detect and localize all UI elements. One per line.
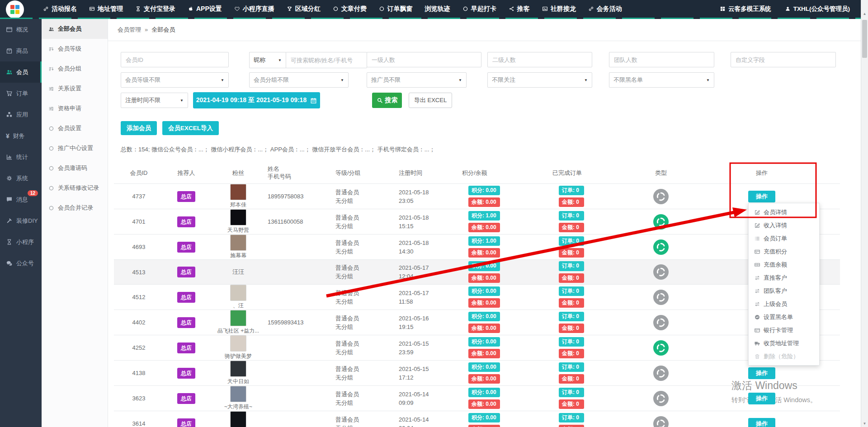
action-menu-item-member-detail[interactable]: 会员详情 <box>749 206 819 219</box>
sidebar-item-miniprogram[interactable]: 小程序 <box>0 231 42 253</box>
referrer-badge[interactable]: 总店 <box>177 242 195 253</box>
team-count-input[interactable] <box>609 52 714 67</box>
level2-count-input[interactable] <box>487 52 592 67</box>
page-scrollbar[interactable]: ▲ ▼ <box>861 0 868 427</box>
submenu-item-qualification-apply[interactable]: 资格申请 <box>42 99 108 118</box>
submenu-item-member-levels[interactable]: 会员等级 <box>42 39 108 59</box>
member-id-input[interactable] <box>121 52 229 67</box>
avatar[interactable] <box>230 386 246 402</box>
topnav-item-tuike[interactable]: 推客 <box>509 5 530 13</box>
action-menu-item-upline-member[interactable]: 上级会员 <box>749 297 819 310</box>
scrollbar-thumb[interactable] <box>862 20 867 58</box>
row-action-button[interactable]: 操作 <box>748 393 775 404</box>
follow-select[interactable]: 不限关注▼ <box>487 72 592 88</box>
submenu-item-promotion-center[interactable]: 推广中心设置 <box>42 138 108 158</box>
sidebar-item-orders[interactable]: 订单 <box>0 83 42 104</box>
row-action-button[interactable]: 操作 <box>748 191 775 202</box>
avatar[interactable] <box>230 310 246 326</box>
action-menu-item-set-blacklist[interactable]: 设置黑名单 <box>749 310 819 324</box>
promoter-label: 推广员不限 <box>371 76 401 84</box>
referrer-badge[interactable]: 总店 <box>177 317 195 328</box>
member-level-select[interactable]: 会员等级不限▼ <box>121 72 229 88</box>
brand-logo[interactable] <box>6 0 24 19</box>
topnav-item-alipay-login[interactable]: 支付宝登录 <box>135 5 175 13</box>
topnav-item-app-settings[interactable]: APP设置 <box>188 5 222 13</box>
sidebar-item-apps[interactable]: 应用 <box>0 104 42 125</box>
cell-fan: 天中日如 <box>209 361 268 386</box>
avatar[interactable] <box>230 335 246 352</box>
referrer-badge[interactable]: 总店 <box>177 292 195 303</box>
topnav-item-order-popup[interactable]: 订单飘窗 <box>379 5 413 13</box>
submenu-item-relation-settings[interactable]: 关系设置 <box>42 79 108 99</box>
submenu-item-all-members[interactable]: 全部会员 <box>42 19 108 39</box>
referrer-badge[interactable]: 总店 <box>177 393 195 404</box>
promoter-select[interactable]: 推广员不限▼ <box>367 72 467 88</box>
add-member-button[interactable]: 添加会员 <box>121 121 157 135</box>
referrer-badge[interactable]: 总店 <box>177 343 195 353</box>
submenu-item-invite-code[interactable]: 会员邀请码 <box>42 158 108 178</box>
row-action-button[interactable]: 操作 <box>748 418 775 427</box>
blacklist-select[interactable]: 不限黑名单▼ <box>609 72 714 88</box>
topnav-item-activity-signup[interactable]: 活动报名 <box>43 5 77 13</box>
sidebar-item-system[interactable]: 系统 <box>0 168 42 189</box>
sidebar-item-finance[interactable]: ¥财务 <box>0 125 42 146</box>
referrer-badge[interactable]: 总店 <box>177 191 195 202</box>
topnav-item-community-chain[interactable]: 社群接龙 <box>542 5 576 13</box>
sidebar-item-messages[interactable]: 消息12 <box>0 189 42 210</box>
submenu-item-member-merge-log[interactable]: 会员合并记录 <box>42 198 108 218</box>
cell-type <box>638 285 684 310</box>
submenu-item-member-settings[interactable]: 会员设置 <box>42 118 108 138</box>
avatar[interactable] <box>230 361 246 377</box>
action-menu-item-member-orders[interactable]: 会员订单 <box>749 232 819 245</box>
sidebar-item-overview[interactable]: 概况 <box>0 19 42 40</box>
sidebar-item-decorate-diy[interactable]: 装修DIY <box>0 210 42 231</box>
register-time-select[interactable]: 注册时间不限▼ <box>121 93 188 108</box>
scrollbar-up-arrow[interactable]: ▲ <box>861 12 868 16</box>
action-menu-item-team-customers[interactable]: 团队客户 <box>749 284 819 297</box>
submenu-item-relation-change-log[interactable]: 关系链修改记录 <box>42 178 108 198</box>
avatar[interactable] <box>230 285 246 301</box>
action-menu-item-recharge-balance[interactable]: 充值余额 <box>749 258 819 271</box>
action-menu-item-direct-customers[interactable]: 直推客户 <box>749 271 819 284</box>
export-excel-button[interactable]: 导出 EXCEL <box>409 93 452 108</box>
topnav-item-article-pay[interactable]: 文章付费 <box>333 5 367 13</box>
member-group-select[interactable]: 会员分组不限▼ <box>249 72 349 88</box>
topnav-item-early-checkin[interactable]: 早起打卡 <box>462 5 496 13</box>
scrollbar-down-arrow[interactable]: ▼ <box>861 422 868 426</box>
sidebar-item-members[interactable]: 会员 <box>0 61 42 83</box>
action-menu-item-delete-danger[interactable]: 删除（危险） <box>749 350 819 363</box>
avatar[interactable] <box>230 209 246 225</box>
level1-count-input[interactable] <box>367 52 481 67</box>
topnav-item-miniprogram-live[interactable]: 小程序直播 <box>234 5 274 13</box>
nickname-search-input[interactable] <box>286 52 367 68</box>
cell-member-id: 4701 <box>114 209 164 235</box>
topnav-item-region-dividend[interactable]: 区域分红 <box>287 5 321 13</box>
sidebar-item-goods[interactable]: 商品 <box>0 40 42 61</box>
sidebar-item-official-account[interactable]: 公众号 <box>0 253 42 274</box>
referrer-badge[interactable]: 总店 <box>177 418 195 427</box>
topnav-item-address-manage[interactable]: 地址管理 <box>89 5 123 13</box>
action-menu-item-income-detail[interactable]: 收入详情 <box>749 219 819 232</box>
referrer-badge[interactable]: 总店 <box>177 267 195 277</box>
action-menu-item-bank-cards[interactable]: 银行卡管理 <box>749 324 819 337</box>
avatar[interactable] <box>230 411 246 427</box>
search-button[interactable]: 搜索 <box>372 93 402 108</box>
action-menu-item-recharge-points[interactable]: 充值积分 <box>749 245 819 258</box>
topnav-current-user[interactable]: TXHL(公众号管理员) <box>785 5 850 13</box>
topnav-item-huiwu-activity[interactable]: 会务活动 <box>588 5 622 13</box>
row-action-button[interactable]: 操作 <box>748 367 775 379</box>
submenu-item-member-groups[interactable]: 会员分组 <box>42 59 108 79</box>
import-excel-button[interactable]: 会员EXCEL导入 <box>162 121 219 135</box>
nickname-type-select[interactable]: 昵称▼ <box>249 52 286 68</box>
referrer-badge[interactable]: 总店 <box>177 216 195 227</box>
topnav-system-switcher[interactable]: 云客多模王系统 <box>720 5 771 13</box>
date-range-button[interactable]: 2021-04-19 09:18 至 2021-05-19 09:18 <box>193 92 320 108</box>
sidebar-item-stats[interactable]: 统计 <box>0 146 42 168</box>
custom-field-input[interactable] <box>731 52 836 67</box>
topnav-item-browse-track[interactable]: 浏览轨迹 <box>425 5 450 13</box>
referrer-badge[interactable]: 总店 <box>177 368 195 379</box>
breadcrumb-section[interactable]: 会员管理 <box>118 26 141 33</box>
avatar[interactable] <box>230 235 246 251</box>
avatar[interactable] <box>230 184 246 200</box>
action-menu-item-shipping-address[interactable]: 收货地址管理 <box>749 337 819 350</box>
